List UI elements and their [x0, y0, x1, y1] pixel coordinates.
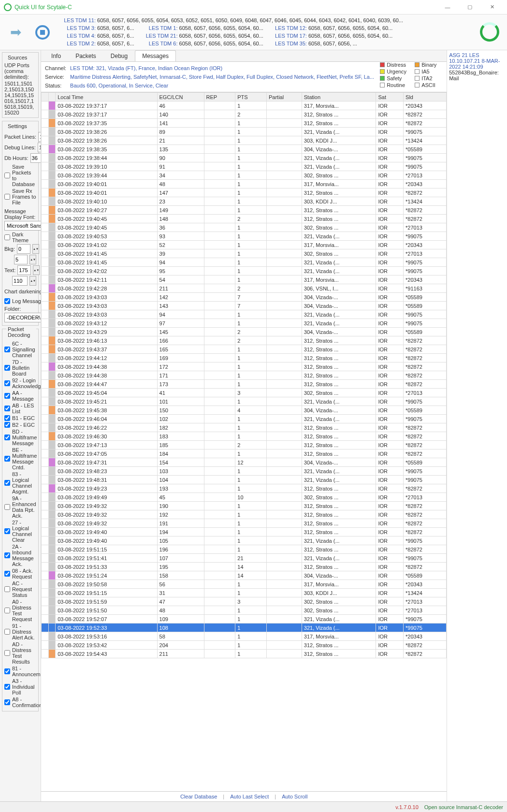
folder-field[interactable] [4, 313, 41, 322]
table-row[interactable]: 03-08-2022 19:51:3319514312, Stratos ...… [42, 563, 447, 571]
table-row[interactable]: 03-08-2022 19:51:15311303, KDDI J...IOR*… [42, 589, 447, 597]
table-row[interactable]: 03-08-2022 19:49:401941312, Stratos ...I… [42, 528, 447, 536]
decoding-check[interactable]: B1 - EGC [4, 415, 36, 421]
table-row[interactable]: 03-08-2022 19:49:494510302, Stratos ...I… [42, 493, 447, 502]
table-row[interactable]: 03-08-2022 19:51:151961312, Stratos ...I… [42, 545, 447, 554]
decoding-check[interactable]: A3 - Individual Poll [4, 678, 36, 696]
decoding-check[interactable]: 2A - Inbound Message Ack. [4, 544, 36, 567]
table-row[interactable]: 03-08-2022 19:47:051841312, Stratos ...I… [42, 450, 447, 458]
table-row[interactable]: 03-08-2022 19:53:422041312, Stratos ...I… [42, 641, 447, 650]
table-row[interactable]: 03-08-2022 19:44:381721312, Stratos ...I… [42, 362, 447, 371]
table-row[interactable]: 03-08-2022 19:42:282112306, VSNL, I...IO… [42, 284, 447, 293]
table-row[interactable]: 03-08-2022 19:46:221821312, Stratos ...I… [42, 423, 447, 432]
close-button[interactable]: ✕ [481, 0, 503, 14]
table-row[interactable]: 03-08-2022 19:49:321921312, Stratos ...I… [42, 510, 447, 519]
table-row[interactable]: 03-08-2022 19:45:381504304, Vizada-...IO… [42, 406, 447, 415]
decoding-check[interactable]: AB - LES List [4, 403, 36, 414]
table-row[interactable]: 03-08-2022 19:40:10231303, KDDI J...IOR*… [42, 197, 447, 206]
decoding-check[interactable]: 9A - Enhanced Data Rpt. Ack. [4, 495, 36, 519]
table-row[interactable]: 03-08-2022 19:49:321911312, Stratos ...I… [42, 519, 447, 528]
table-row[interactable]: 03-08-2022 19:40:271491312, Stratos ...I… [42, 206, 447, 215]
table-row[interactable]: 03-08-2022 19:40:53931321, Vizada (...IO… [42, 232, 447, 241]
table-row[interactable]: 03-08-2022 19:48:311041321, Vizada (...I… [42, 476, 447, 484]
table-row[interactable]: 03-08-2022 19:47:3115412304, Vizada-...I… [42, 458, 447, 467]
table-row[interactable]: 03-08-2022 19:47:131852312, Stratos ...I… [42, 441, 447, 450]
column-header[interactable]: Local Time [56, 93, 157, 102]
decoding-check[interactable]: 92 - Login Acknowledgement [4, 377, 36, 389]
table-row[interactable]: 03-08-2022 19:37:171402312, Stratos ...I… [42, 110, 447, 119]
table-row[interactable]: 03-08-2022 19:38:26211303, KDDI J...IOR*… [42, 136, 447, 145]
table-row[interactable]: 03-08-2022 19:52:071091321, Vizada (...I… [42, 615, 447, 624]
decoding-check[interactable]: AD - Distress Test Results [4, 641, 36, 665]
debug-lines-input[interactable] [38, 143, 41, 152]
tab-messages[interactable]: Messages [135, 50, 176, 61]
table-row[interactable]: 03-08-2022 19:44:121691312, Stratos ...I… [42, 354, 447, 362]
column-header[interactable] [42, 93, 49, 102]
column-header[interactable]: Sld [404, 93, 447, 102]
table-row[interactable]: 03-08-2022 19:44:381711312, Stratos ...I… [42, 371, 447, 380]
log-messages-check[interactable]: Log Messages [4, 298, 41, 304]
decoding-check[interactable]: 91 - Distress Alert Ack. [4, 623, 36, 640]
table-row[interactable]: 03-08-2022 19:49:231931312, Stratos ...I… [42, 484, 447, 493]
table-row[interactable]: 03-08-2022 19:51:4110721321, Vizada (...… [42, 554, 447, 563]
decoding-check[interactable]: 81 - Announcement [4, 666, 36, 677]
table-row[interactable]: 03-08-2022 19:38:44901321, Vizada (...IO… [42, 154, 447, 162]
table-row[interactable]: 03-08-2022 19:43:031427304, Vizada-...IO… [42, 293, 447, 302]
table-row[interactable]: 03-08-2022 19:49:321901312, Stratos ...I… [42, 502, 447, 510]
table-row[interactable]: 03-08-2022 19:37:351411312, Stratos ...I… [42, 119, 447, 128]
table-row[interactable]: 03-08-2022 19:53:16581317, Morsvia...IOR… [42, 632, 447, 641]
table-row[interactable]: 03-08-2022 19:51:2415814304, Vizada-...I… [42, 571, 447, 580]
decoding-check[interactable]: A8 - Confirmation [4, 696, 36, 708]
table-row[interactable]: 03-08-2022 19:50:58561317, Morsvia...IOR… [42, 580, 447, 589]
table-row[interactable]: 03-08-2022 19:39:10911321, Vizada (...IO… [42, 162, 447, 171]
decoding-check[interactable]: AC - Request Status [4, 580, 36, 598]
table-row[interactable]: 03-08-2022 19:46:131662312, Stratos ...I… [42, 336, 447, 345]
table-row[interactable]: 03-08-2022 19:43:12971321, Vizada (...IO… [42, 319, 447, 328]
table-row[interactable]: 03-08-2022 19:43:291452304, Vizada-...IO… [42, 328, 447, 336]
table-row[interactable]: 03-08-2022 19:46:301831312, Stratos ...I… [42, 432, 447, 441]
table-row[interactable]: 03-08-2022 19:43:371651312, Stratos ...I… [42, 345, 447, 354]
table-row[interactable]: 03-08-2022 19:41:02521317, Morsvia...IOR… [42, 241, 447, 249]
table-row[interactable]: 03-08-2022 19:40:451482312, Stratos ...I… [42, 215, 447, 223]
db-hours-input[interactable] [30, 153, 42, 163]
table-row[interactable]: 03-08-2022 19:41:45391302, Stratos ...IO… [42, 249, 447, 258]
decoding-check[interactable]: 08 - Ack. Request [4, 568, 36, 580]
forward-icon[interactable]: ➡ [4, 21, 27, 44]
stop-icon[interactable] [31, 21, 54, 44]
table-row[interactable]: 03-08-2022 19:45:04413302, Stratos ...IO… [42, 389, 447, 397]
footer-action[interactable]: Clear Database [180, 794, 217, 799]
table-row[interactable]: 03-08-2022 19:42:11541317, Morsvia...IOR… [42, 276, 447, 284]
column-header[interactable]: Partial [266, 93, 302, 102]
column-header[interactable]: Station [302, 93, 376, 102]
table-row[interactable]: 03-08-2022 19:43:031437304, Vizada-...IO… [42, 302, 447, 310]
maximize-button[interactable]: ▢ [459, 0, 481, 14]
footer-action[interactable]: Auto Last Select [230, 794, 269, 799]
table-row[interactable]: 03-08-2022 19:40:011471312, Stratos ...I… [42, 188, 447, 197]
table-row[interactable]: 03-08-2022 19:51:59473302, Stratos ...IO… [42, 597, 447, 606]
table-row[interactable]: 03-08-2022 19:38:351351304, Vizada-...IO… [42, 145, 447, 154]
table-row[interactable]: 03-08-2022 19:40:45361302, Stratos ...IO… [42, 223, 447, 232]
font-field[interactable] [4, 221, 41, 231]
table-row[interactable]: 03-08-2022 19:44:471731312, Stratos ...I… [42, 380, 447, 389]
column-header[interactable]: PTS [235, 93, 267, 102]
minimize-button[interactable]: — [436, 0, 459, 14]
table-row[interactable]: 03-08-2022 19:38:26891321, Vizada (...IO… [42, 128, 447, 136]
table-row[interactable]: 03-08-2022 19:43:03941321, Vizada (...IO… [42, 310, 447, 319]
table-row[interactable]: 03-08-2022 19:42:02951321, Vizada (...IO… [42, 267, 447, 276]
table-row[interactable]: 03-08-2022 19:40:01481317, Morsvia...IOR… [42, 180, 447, 188]
dark-theme-check[interactable]: Dark Theme [4, 232, 36, 243]
decoding-check[interactable]: 7D - Bulletin Board [4, 359, 36, 377]
table-row[interactable]: 03-08-2022 19:52:331081321, Vizada (...I… [42, 624, 447, 632]
column-header[interactable]: Sat [376, 93, 404, 102]
table-row[interactable]: 03-08-2022 19:46:041021321, Vizada (...I… [42, 415, 447, 423]
column-header[interactable]: EGC/LCN [157, 93, 204, 102]
decoding-check[interactable]: 83 - Logical Channel Asgmt. [4, 471, 36, 494]
table-row[interactable]: 03-08-2022 19:51:50481302, Stratos ...IO… [42, 606, 447, 615]
decoding-check[interactable]: BE - Multiframe Message Cntd. [4, 447, 36, 470]
table-row[interactable]: 03-08-2022 19:48:231031321, Vizada (...I… [42, 467, 447, 476]
decoding-check[interactable]: 27 - Logical Channel Clear [4, 520, 36, 543]
decoding-check[interactable]: A0 - Distress Test Request [4, 599, 36, 622]
table-row[interactable]: 03-08-2022 19:37:17461317, Morsvia...IOR… [42, 102, 447, 110]
column-header[interactable] [48, 93, 56, 102]
messages-table-container[interactable]: Local TimeEGC/LCNREPPTSPartialStationSat… [41, 92, 447, 791]
